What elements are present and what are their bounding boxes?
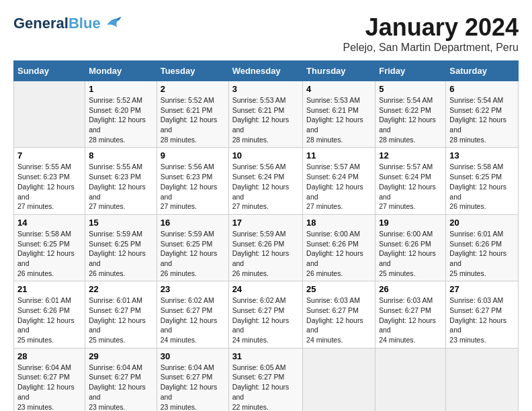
calendar-cell: 9 Sunrise: 5:56 AMSunset: 6:23 PMDayligh… — [157, 148, 228, 214]
day-number: 13 — [449, 150, 515, 161]
day-number: 15 — [89, 218, 153, 228]
day-detail: Sunrise: 5:56 AMSunset: 6:23 PMDaylight:… — [161, 162, 225, 211]
header-friday: Friday — [375, 61, 446, 81]
calendar-cell: 5 Sunrise: 5:54 AMSunset: 6:22 PMDayligh… — [375, 81, 446, 148]
header-monday: Monday — [85, 61, 157, 81]
calendar-cell: 28 Sunrise: 6:04 AMSunset: 6:27 PMDaylig… — [14, 348, 85, 411]
calendar-table: SundayMondayTuesdayWednesdayThursdayFrid… — [13, 60, 519, 411]
calendar-week-row: 14 Sunrise: 5:58 AMSunset: 6:25 PMDaylig… — [14, 214, 519, 281]
calendar-cell: 11 Sunrise: 5:57 AMSunset: 6:24 PMDaylig… — [303, 148, 375, 214]
day-detail: Sunrise: 6:05 AMSunset: 6:27 PMDaylight:… — [232, 363, 299, 411]
calendar-cell: 27 Sunrise: 6:03 AMSunset: 6:27 PMDaylig… — [446, 281, 519, 348]
day-detail: Sunrise: 6:02 AMSunset: 6:27 PMDaylight:… — [232, 295, 299, 345]
day-number: 29 — [89, 351, 153, 361]
day-number: 10 — [232, 150, 299, 161]
day-number: 16 — [161, 218, 225, 228]
day-detail: Sunrise: 6:01 AMSunset: 6:26 PMDaylight:… — [449, 229, 515, 278]
calendar-cell: 25 Sunrise: 6:03 AMSunset: 6:27 PMDaylig… — [303, 281, 375, 348]
header-saturday: Saturday — [446, 61, 519, 81]
day-detail: Sunrise: 6:04 AMSunset: 6:27 PMDaylight:… — [161, 363, 225, 411]
calendar-cell — [303, 348, 375, 411]
calendar-cell: 22 Sunrise: 6:01 AMSunset: 6:27 PMDaylig… — [85, 281, 157, 348]
day-detail: Sunrise: 6:04 AMSunset: 6:27 PMDaylight:… — [17, 363, 81, 411]
day-number: 30 — [161, 351, 225, 361]
day-detail: Sunrise: 5:57 AMSunset: 6:24 PMDaylight:… — [379, 162, 442, 211]
day-number: 31 — [232, 351, 299, 361]
day-detail: Sunrise: 6:04 AMSunset: 6:27 PMDaylight:… — [89, 363, 153, 411]
day-number: 19 — [379, 218, 442, 228]
calendar-cell: 19 Sunrise: 6:00 AMSunset: 6:26 PMDaylig… — [375, 214, 446, 281]
day-number: 12 — [379, 150, 442, 161]
day-detail: Sunrise: 6:03 AMSunset: 6:27 PMDaylight:… — [306, 295, 371, 345]
calendar-cell: 1 Sunrise: 5:52 AMSunset: 6:20 PMDayligh… — [85, 81, 157, 148]
day-detail: Sunrise: 5:59 AMSunset: 6:25 PMDaylight:… — [161, 229, 225, 278]
logo: GeneralBlue — [13, 13, 122, 34]
header-thursday: Thursday — [303, 61, 375, 81]
calendar-cell: 18 Sunrise: 6:00 AMSunset: 6:26 PMDaylig… — [303, 214, 375, 281]
calendar-cell — [375, 348, 446, 411]
day-number: 11 — [306, 150, 371, 161]
day-number: 24 — [232, 284, 299, 294]
calendar-cell: 6 Sunrise: 5:54 AMSunset: 6:22 PMDayligh… — [446, 81, 519, 148]
day-detail: Sunrise: 5:58 AMSunset: 6:25 PMDaylight:… — [449, 162, 515, 211]
header-tuesday: Tuesday — [157, 61, 228, 81]
day-number: 7 — [17, 150, 81, 161]
day-detail: Sunrise: 5:57 AMSunset: 6:24 PMDaylight:… — [306, 162, 371, 211]
day-number: 26 — [379, 284, 442, 294]
day-detail: Sunrise: 6:01 AMSunset: 6:27 PMDaylight:… — [89, 295, 153, 345]
page-subtitle: Pelejo, San Martin Department, Peru — [343, 42, 519, 54]
calendar-cell — [446, 348, 519, 411]
calendar-cell: 20 Sunrise: 6:01 AMSunset: 6:26 PMDaylig… — [446, 214, 519, 281]
day-number: 22 — [89, 284, 153, 294]
calendar-cell: 31 Sunrise: 6:05 AMSunset: 6:27 PMDaylig… — [228, 348, 302, 411]
calendar-cell: 26 Sunrise: 6:03 AMSunset: 6:27 PMDaylig… — [375, 281, 446, 348]
day-detail: Sunrise: 6:02 AMSunset: 6:27 PMDaylight:… — [161, 295, 225, 345]
day-number: 17 — [232, 218, 299, 228]
calendar-week-row: 21 Sunrise: 6:01 AMSunset: 6:26 PMDaylig… — [14, 281, 519, 348]
day-detail: Sunrise: 6:00 AMSunset: 6:26 PMDaylight:… — [379, 229, 442, 278]
day-number: 2 — [161, 84, 225, 94]
header-wednesday: Wednesday — [228, 61, 302, 81]
day-detail: Sunrise: 5:56 AMSunset: 6:24 PMDaylight:… — [232, 162, 299, 211]
calendar-cell: 15 Sunrise: 5:59 AMSunset: 6:25 PMDaylig… — [85, 214, 157, 281]
day-detail: Sunrise: 6:03 AMSunset: 6:27 PMDaylight:… — [379, 295, 442, 345]
day-number: 23 — [161, 284, 225, 294]
day-detail: Sunrise: 5:59 AMSunset: 6:25 PMDaylight:… — [89, 229, 153, 278]
day-detail: Sunrise: 5:52 AMSunset: 6:20 PMDaylight:… — [89, 95, 153, 144]
day-detail: Sunrise: 5:55 AMSunset: 6:23 PMDaylight:… — [17, 162, 81, 211]
calendar-cell: 4 Sunrise: 5:53 AMSunset: 6:21 PMDayligh… — [303, 81, 375, 148]
calendar-cell: 14 Sunrise: 5:58 AMSunset: 6:25 PMDaylig… — [14, 214, 85, 281]
day-detail: Sunrise: 6:01 AMSunset: 6:26 PMDaylight:… — [17, 295, 81, 345]
logo-bird-icon — [102, 13, 122, 34]
day-number: 3 — [232, 84, 299, 94]
day-number: 21 — [17, 284, 81, 294]
calendar-cell: 8 Sunrise: 5:55 AMSunset: 6:23 PMDayligh… — [85, 148, 157, 214]
day-detail: Sunrise: 5:58 AMSunset: 6:25 PMDaylight:… — [17, 229, 81, 278]
day-number: 25 — [306, 284, 371, 294]
day-detail: Sunrise: 5:54 AMSunset: 6:22 PMDaylight:… — [379, 95, 442, 144]
calendar-week-row: 1 Sunrise: 5:52 AMSunset: 6:20 PMDayligh… — [14, 81, 519, 148]
calendar-week-row: 7 Sunrise: 5:55 AMSunset: 6:23 PMDayligh… — [14, 148, 519, 214]
day-number: 18 — [306, 218, 371, 228]
calendar-header-row: SundayMondayTuesdayWednesdayThursdayFrid… — [14, 61, 519, 81]
calendar-cell: 7 Sunrise: 5:55 AMSunset: 6:23 PMDayligh… — [14, 148, 85, 214]
calendar-cell: 30 Sunrise: 6:04 AMSunset: 6:27 PMDaylig… — [157, 348, 228, 411]
day-number: 6 — [449, 84, 515, 94]
calendar-cell: 3 Sunrise: 5:53 AMSunset: 6:21 PMDayligh… — [228, 81, 302, 148]
day-detail: Sunrise: 6:00 AMSunset: 6:26 PMDaylight:… — [306, 229, 371, 278]
day-number: 4 — [306, 84, 371, 94]
page-title: January 2024 — [343, 13, 519, 42]
day-number: 27 — [449, 284, 515, 294]
calendar-cell: 2 Sunrise: 5:52 AMSunset: 6:21 PMDayligh… — [157, 81, 228, 148]
calendar-cell: 16 Sunrise: 5:59 AMSunset: 6:25 PMDaylig… — [157, 214, 228, 281]
calendar-cell: 29 Sunrise: 6:04 AMSunset: 6:27 PMDaylig… — [85, 348, 157, 411]
logo-text: GeneralBlue — [13, 15, 101, 32]
calendar-cell: 13 Sunrise: 5:58 AMSunset: 6:25 PMDaylig… — [446, 148, 519, 214]
calendar-cell: 24 Sunrise: 6:02 AMSunset: 6:27 PMDaylig… — [228, 281, 302, 348]
page-header: GeneralBlue January 2024 Pelejo, San Mar… — [13, 13, 519, 54]
day-number: 5 — [379, 84, 442, 94]
day-number: 20 — [449, 218, 515, 228]
calendar-week-row: 28 Sunrise: 6:04 AMSunset: 6:27 PMDaylig… — [14, 348, 519, 411]
calendar-cell: 10 Sunrise: 5:56 AMSunset: 6:24 PMDaylig… — [228, 148, 302, 214]
calendar-cell: 21 Sunrise: 6:01 AMSunset: 6:26 PMDaylig… — [14, 281, 85, 348]
